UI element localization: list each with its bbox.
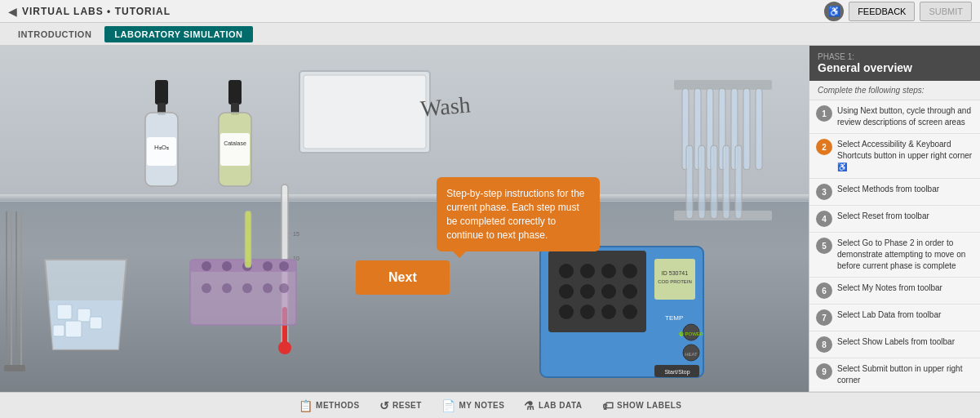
beaker	[33, 251, 139, 358]
showlabels-label: SHOW LABELS	[617, 401, 681, 410]
step-text: Select Submit button in upper right corn…	[837, 363, 973, 386]
toolbar-showlabels[interactable]: 🏷 SHOW LABELS	[602, 399, 682, 412]
submit-button[interactable]: SUBMIT	[920, 2, 972, 21]
svg-point-73	[623, 305, 637, 319]
step-number: 3	[816, 184, 832, 200]
toolbar-labdata[interactable]: ⚗ LAB DATA	[524, 399, 582, 412]
step-number: 6	[816, 282, 832, 299]
svg-point-62	[559, 264, 574, 278]
svg-rect-12	[698, 145, 705, 219]
svg-rect-32	[53, 325, 64, 336]
labdata-icon: ⚗	[524, 399, 535, 412]
svg-point-63	[580, 264, 595, 278]
step-text: Select Show Labels from toolbar	[837, 336, 955, 348]
catalase-bottle: Catalase	[211, 80, 259, 202]
svg-point-71	[580, 305, 595, 319]
lab-area: Wash	[0, 46, 809, 392]
svg-rect-59	[245, 211, 251, 268]
step-text: Select Reset from toolbar	[837, 211, 929, 222]
svg-point-57	[263, 283, 273, 293]
step-text: Select My Notes from toolbar	[837, 282, 942, 294]
svg-point-58	[279, 283, 289, 293]
tab-introduction[interactable]: INTRODUCTION	[8, 26, 101, 42]
svg-rect-11	[686, 145, 693, 219]
phase-title: General overview	[818, 61, 972, 74]
back-icon[interactable]: ◀	[8, 5, 17, 18]
accessibility-button[interactable]: ♿	[824, 2, 844, 21]
svg-point-65	[623, 264, 637, 278]
step-item-5: 5Select Go to Phase 2 in order to demons…	[809, 233, 980, 278]
showlabels-icon: 🏷	[602, 399, 614, 412]
step-item-9: 9Select Submit button in upper right cor…	[809, 358, 980, 392]
svg-rect-29	[78, 309, 91, 322]
svg-rect-9	[743, 88, 750, 170]
svg-rect-31	[90, 317, 102, 329]
svg-point-66	[559, 284, 574, 299]
svg-text:Start/Stop: Start/Stop	[664, 369, 690, 376]
labdata-label: LAB DATA	[539, 401, 583, 410]
toolbar-mynotes[interactable]: 📄 MY NOTES	[441, 399, 505, 412]
next-button[interactable]: Next	[356, 260, 450, 295]
svg-point-69	[623, 284, 637, 299]
toolbar-reset[interactable]: ↺ RESET	[379, 399, 422, 412]
steps-intro: Complete the following steps:	[809, 81, 980, 100]
step-text: Select Accessibility & Keyboard Shortcut…	[837, 139, 973, 173]
svg-point-49	[202, 261, 211, 271]
svg-text:TEMP: TEMP	[665, 314, 683, 322]
svg-text:HEAT: HEAT	[685, 352, 698, 357]
svg-point-67	[580, 284, 595, 299]
svg-rect-24	[220, 133, 250, 166]
step-item-6: 6Select My Notes from toolbar	[809, 278, 980, 305]
reset-icon: ↺	[379, 399, 390, 412]
toolbar-methods[interactable]: 📋 METHODS	[299, 399, 360, 412]
svg-rect-13	[711, 145, 717, 219]
bottom-toolbar: 📋 METHODS ↺ RESET 📄 MY NOTES ⚗ LAB DATA …	[0, 392, 980, 418]
svg-rect-16	[155, 80, 168, 104]
svg-point-53	[279, 261, 289, 271]
methods-icon: 📋	[299, 399, 313, 412]
mynotes-label: MY NOTES	[459, 401, 504, 410]
nav-tabs: INTRODUCTION LABORATORY SIMULATION	[0, 23, 980, 46]
methods-label: METHODS	[316, 401, 360, 410]
tab-laboratory-simulation[interactable]: LABORATORY SIMULATION	[104, 26, 252, 42]
step-number: 5	[816, 238, 832, 254]
svg-text:15: 15	[293, 231, 299, 237]
wash-label: Wash	[419, 92, 472, 122]
svg-rect-15	[735, 145, 742, 219]
svg-rect-10	[756, 88, 762, 170]
step-item-2: 2Select Accessibility & Keyboard Shortcu…	[809, 134, 980, 179]
svg-point-64	[601, 264, 616, 278]
step-number: 2	[816, 139, 832, 155]
test-tube-rack-back	[670, 80, 776, 227]
app-header: ◀ VIRTUAL LABS • TUTORIAL ♿ FEEDBACK SUB…	[0, 0, 980, 23]
stirrer-rods	[0, 211, 29, 375]
svg-point-50	[222, 261, 232, 271]
reset-label: RESET	[392, 401, 422, 410]
phase-header: PHASE 1: General overview	[809, 46, 980, 81]
svg-point-68	[601, 284, 616, 299]
step-text: Using Next button, cycle through and rev…	[837, 105, 973, 128]
svg-rect-19	[147, 137, 176, 166]
step-item-8: 8Select Show Labels from toolbar	[809, 331, 980, 358]
svg-text:⏻ POWER: ⏻ POWER	[679, 331, 704, 336]
svg-point-70	[559, 305, 574, 319]
svg-rect-14	[723, 145, 729, 219]
svg-text:Catalase: Catalase	[224, 140, 246, 146]
step-item-1: 1Using Next button, cycle through and re…	[809, 100, 980, 134]
step-number: 9	[816, 363, 832, 380]
step-item-4: 4Select Reset from toolbar	[809, 206, 980, 233]
step-number: 7	[816, 309, 832, 326]
svg-point-54	[202, 283, 211, 293]
step-item-7: 7Select Lab Data from toolbar	[809, 305, 980, 331]
feedback-button[interactable]: FEEDBACK	[849, 2, 915, 21]
test-tube-rack-front	[186, 243, 300, 358]
step-text: Select Lab Data from toolbar	[837, 309, 941, 321]
h2o2-bottle: H₂O₂	[137, 80, 186, 202]
instruction-tooltip: Step-by-step instructions for the curren…	[437, 177, 600, 251]
step-number: 1	[816, 105, 832, 122]
step-item-3: 3Select Methods from toolbar	[809, 179, 980, 206]
svg-rect-21	[228, 80, 242, 104]
app-title: VIRTUAL LABS • TUTORIAL	[22, 6, 171, 17]
header-left: ◀ VIRTUAL LABS • TUTORIAL	[8, 5, 171, 18]
header-right: ♿ FEEDBACK SUBMIT	[824, 2, 972, 21]
